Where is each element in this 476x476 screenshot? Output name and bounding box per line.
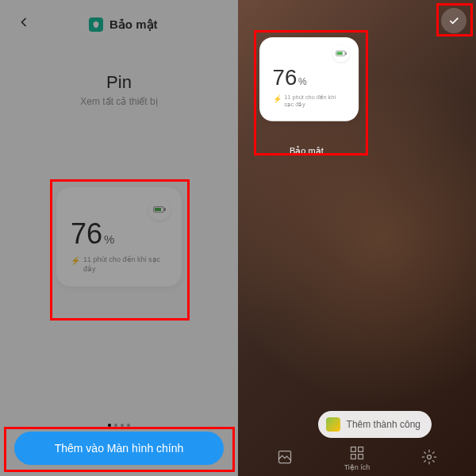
battery-widget[interactable]: 76 % ⚡ 11 phút cho đến khi sạc đầy <box>56 187 182 286</box>
percent-sign: % <box>298 76 307 87</box>
svg-rect-5 <box>337 52 343 55</box>
right-panel: 76 % ⚡ 11 phút cho đến khi sạc đầy Bảo m… <box>238 0 476 476</box>
dock-label: Tiện ích <box>344 463 370 471</box>
toast-text: Thêm thành công <box>347 419 420 430</box>
dot <box>127 424 130 427</box>
svg-rect-4 <box>346 52 347 54</box>
svg-rect-8 <box>359 447 363 452</box>
charge-text: 11 phút cho đến khi sạc đầy <box>284 94 345 109</box>
dot <box>114 424 117 427</box>
dock-settings[interactable] <box>421 449 437 467</box>
bolt-icon: ⚡ <box>71 256 80 265</box>
shield-icon <box>89 17 103 32</box>
left-panel: Bảo mật Pin Xem tất cả thiết bị 76 % ⚡ 1… <box>0 0 238 476</box>
header: Bảo mật <box>0 0 238 48</box>
charge-row: ⚡ 11 phút cho đến khi sạc đầy <box>273 94 346 109</box>
header-title: Bảo mật <box>109 17 158 32</box>
add-to-home-button[interactable]: Thêm vào Màn hình chính <box>14 432 224 465</box>
pin-subtitle: Xem tất cả thiết bị <box>0 96 238 107</box>
svg-point-11 <box>428 455 432 459</box>
pin-title: Pin <box>0 72 238 93</box>
svg-rect-1 <box>164 209 165 211</box>
battery-widget-placed[interactable]: 76 % ⚡ 11 phút cho đến khi sạc đầy <box>259 37 359 121</box>
confirm-button[interactable] <box>441 8 466 33</box>
svg-rect-7 <box>351 447 355 452</box>
dot <box>121 424 124 427</box>
percent-value: 76 <box>273 65 298 90</box>
charge-row: ⚡ 11 phút cho đến khi sạc đầy <box>71 255 167 274</box>
percent-value: 76 <box>71 217 102 251</box>
charge-text: 11 phút cho đến khi sạc đầy <box>83 255 167 274</box>
toast-icon <box>326 417 340 432</box>
page-dots <box>108 424 130 427</box>
back-arrow-icon[interactable] <box>16 14 32 34</box>
battery-icon <box>332 44 350 62</box>
percent-row: 76 % <box>273 65 346 90</box>
battery-icon <box>148 198 171 221</box>
dock-wallpaper[interactable] <box>277 449 293 467</box>
widget-label: Bảo mật <box>290 146 324 156</box>
svg-rect-2 <box>155 208 161 211</box>
pin-section: Pin Xem tất cả thiết bị <box>0 72 238 107</box>
bolt-icon: ⚡ <box>273 95 282 103</box>
success-toast: Thêm thành công <box>318 411 432 438</box>
percent-sign: % <box>104 232 114 246</box>
percent-row: 76 % <box>71 217 167 251</box>
bottom-dock: Tiện ích <box>238 439 476 476</box>
svg-rect-9 <box>351 455 355 459</box>
svg-rect-10 <box>359 455 363 459</box>
title-group: Bảo mật <box>89 17 158 32</box>
dock-utilities[interactable]: Tiện ích <box>344 445 370 471</box>
dot-active <box>108 424 111 427</box>
